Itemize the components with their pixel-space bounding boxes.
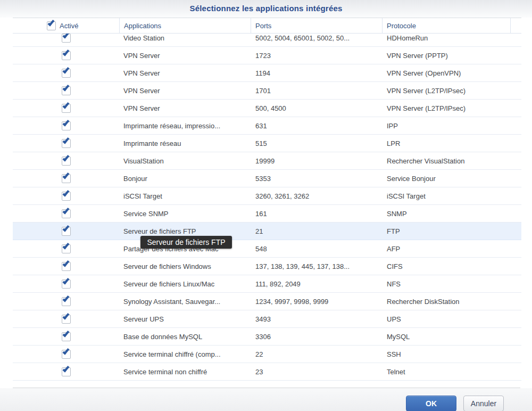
row-checkbox[interactable] [62,192,71,201]
table-row[interactable]: Imprimante réseau, impressio...631IPP [13,117,521,135]
table-row[interactable]: Partager des fichiers avec Mac548AFP [13,240,521,258]
ports-cell: 5002, 5004, 65001, 5002, 50... [251,34,383,46]
ports-cell: 1194 [251,64,383,81]
protocol-cell: VPN Server (PPTP) [383,47,521,64]
checkmark-icon [63,119,70,126]
cancel-button[interactable]: Annuler [463,396,504,411]
row-checkbox-cell [13,346,120,363]
checkmark-icon [63,171,70,179]
row-checkbox[interactable] [62,104,71,113]
row-checkbox[interactable] [62,34,71,43]
row-checkbox[interactable] [62,86,71,95]
application-cell: iSCSI Target [120,187,251,204]
checkmark-icon [63,136,70,144]
ok-button[interactable]: OK [406,396,456,411]
row-checkbox-cell [13,223,120,240]
table-header-row: Activé Applications Ports Protocole [13,18,521,34]
table-row[interactable]: Serveur UPS3493UPS [13,310,521,328]
protocol-cell: Service Bonjour [383,170,521,187]
row-checkbox[interactable] [62,262,71,271]
table-row[interactable]: Service SNMP161SNMP [13,205,521,223]
row-checkbox[interactable] [62,280,71,289]
row-checkbox-cell [13,170,120,187]
row-checkbox[interactable] [62,69,71,78]
row-checkbox[interactable] [62,51,71,60]
checkmark-icon [63,66,70,73]
table-row[interactable]: VisualStation19999Rechercher VisualStati… [13,152,521,170]
row-tooltip-text: Serveur de fichiers FTP [147,238,225,246]
table-row[interactable]: Service terminal non chiffré23Telnet [13,363,521,381]
protocol-cell: SSH [383,346,521,363]
row-checkbox[interactable] [62,227,71,236]
row-checkbox-cell [13,135,120,152]
table-row[interactable]: Synology Assistant, Sauvegar...1234, 999… [13,293,521,310]
ports-cell: 3260, 3261, 3262 [251,187,383,204]
page-title: Sélectionnez les applications intégrées [0,0,532,13]
ports-cell: 515 [251,135,383,152]
ports-cell: 161 [251,205,383,222]
table-row[interactable]: Base de données MySQL3306MySQL [13,328,521,346]
row-checkbox-cell [13,64,120,81]
column-header-applications[interactable]: Applications [120,18,251,33]
application-cell: Serveur de fichiers Linux/Mac [120,275,251,292]
protocol-cell: iSCSI Target [383,187,521,204]
row-checkbox[interactable] [62,121,71,130]
checkmark-icon [63,101,70,109]
column-header-protocol[interactable]: Protocole [383,18,511,33]
table-body: Video Station5002, 5004, 65001, 5002, 50… [13,34,521,388]
application-cell: Serveur UPS [120,310,251,327]
ports-cell: 19999 [251,152,383,169]
row-checkbox[interactable] [62,157,71,166]
ports-cell: 500, 4500 [251,100,383,117]
ports-cell: 3306 [251,328,383,345]
row-checkbox[interactable] [62,244,71,253]
application-cell: Service terminal chiffré (comp... [120,346,251,363]
ports-cell: 631 [251,117,383,134]
table-row[interactable]: iSCSI Target3260, 3261, 3262iSCSI Target [13,187,521,205]
table-row[interactable]: Serveur de fichiers Windows137, 138, 139… [13,258,521,275]
row-checkbox[interactable] [62,209,71,218]
table-row[interactable]: Imprimante réseau515LPR [13,135,521,152]
checkmark-icon [63,154,70,161]
table-row[interactable]: Serveur de fichiers Linux/Mac111, 892, 2… [13,275,521,293]
checkmark-icon [63,189,70,196]
checkmark-icon [63,224,70,232]
row-checkbox[interactable] [62,332,71,341]
table-row[interactable]: Service terminal chiffré (comp...22SSH [13,346,521,363]
table-row[interactable]: VPN Server1701VPN Server (L2TP/IPsec) [13,82,521,100]
ports-cell: 3493 [251,310,383,327]
table-row[interactable]: VPN Server500, 4500VPN Server (L2TP/IPse… [13,100,521,117]
table-rows: Video Station5002, 5004, 65001, 5002, 50… [13,34,521,381]
application-cell: Imprimante réseau [120,135,251,152]
table-row[interactable]: Bonjour5353Service Bonjour [13,170,521,187]
table-row[interactable]: Serveur de fichiers FTP21FTP [13,223,521,240]
row-checkbox[interactable] [62,297,71,306]
row-tooltip: Serveur de fichiers FTP [140,236,232,249]
ports-cell: 23 [251,363,383,380]
ports-cell: 1723 [251,47,383,64]
application-cell: VPN Server [120,47,251,64]
protocol-cell: HDHomeRun [383,34,521,46]
table-row[interactable]: Video Station5002, 5004, 65001, 5002, 50… [13,34,521,47]
checkmark-icon [63,207,70,214]
checkmark-icon [48,19,55,26]
row-checkbox[interactable] [62,139,71,148]
dialog: Sélectionnez les applications intégrées … [0,0,532,411]
table-row[interactable]: VPN Server1723VPN Server (PPTP) [13,47,521,64]
protocol-cell: CIFS [383,258,521,275]
row-checkbox-cell [13,205,120,222]
checkmark-icon [63,312,70,319]
ports-cell: 22 [251,346,383,363]
row-checkbox-cell [13,293,120,310]
row-checkbox[interactable] [62,174,71,183]
table-row[interactable]: VPN Server1194VPN Server (OpenVPN) [13,64,521,82]
row-checkbox-cell [13,47,120,64]
row-checkbox[interactable] [62,367,71,376]
ports-cell: 548 [251,240,383,257]
column-header-ports[interactable]: Ports [251,18,383,33]
row-checkbox[interactable] [62,350,71,359]
select-all-checkbox[interactable] [47,21,56,30]
column-header-enabled[interactable]: Activé [13,18,120,33]
application-cell: Imprimante réseau, impressio... [120,117,251,134]
row-checkbox[interactable] [62,315,71,324]
